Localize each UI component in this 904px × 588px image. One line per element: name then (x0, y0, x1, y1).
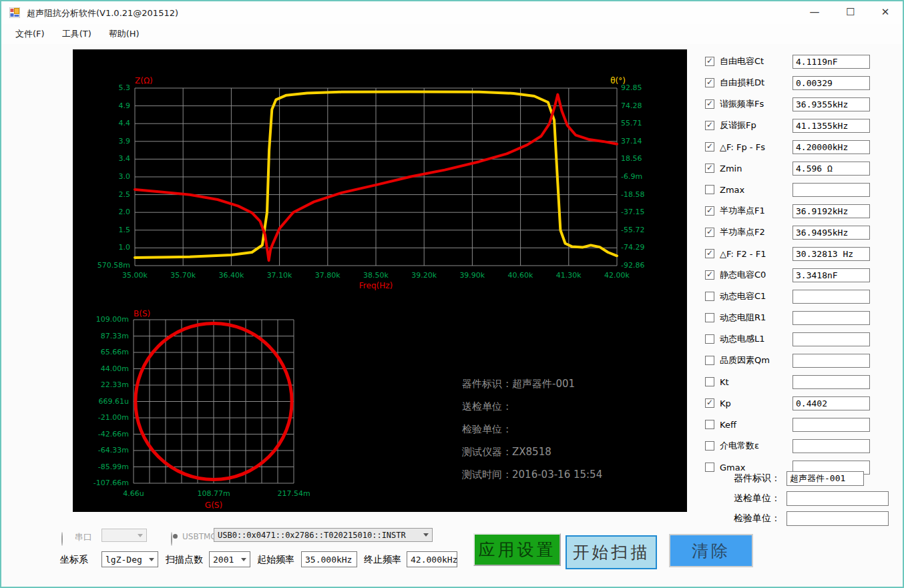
overlay-label: 测试仪器： (462, 446, 512, 458)
impedance-chart (135, 88, 617, 266)
result-label: 反谐振Fp (720, 119, 756, 131)
axis-tick-label: 37.10k (262, 271, 298, 280)
minimize-button[interactable]: — (800, 1, 829, 23)
result-checkbox[interactable] (705, 398, 714, 408)
coord-system-select[interactable]: lgZ-Deg (101, 551, 158, 567)
result-value-field[interactable]: 30.32813 Hz (793, 247, 870, 261)
serial-radio[interactable] (61, 532, 63, 546)
result-value-field[interactable] (793, 375, 870, 389)
result-label: 品质因素Qm (720, 354, 770, 366)
result-value-field[interactable]: 3.3418nF (793, 268, 870, 282)
result-checkbox[interactable] (705, 292, 714, 301)
result-checkbox[interactable] (705, 249, 714, 258)
axis-tick-label: 22.33m (101, 380, 129, 390)
coord-system-value: lgZ-Deg (105, 555, 142, 565)
maximize-button[interactable]: ☐ (836, 1, 865, 23)
result-value-field[interactable] (793, 354, 870, 368)
result-checkbox[interactable] (705, 185, 714, 194)
stop-freq-input[interactable]: 42.000kHz (407, 551, 457, 567)
identity-label: 送检单位： (701, 493, 786, 505)
identity-input[interactable] (786, 491, 889, 506)
start-freq-input[interactable]: 35.000kHz (301, 551, 357, 567)
menu-bar: 文件(F)工具(T)帮助(H) (1, 24, 903, 44)
result-checkbox[interactable] (705, 57, 714, 66)
result-value-field[interactable]: 36.9192kHz (793, 204, 870, 218)
window-title: 超声阻抗分析软件(V1.0.21@201512) (27, 7, 178, 19)
clear-button[interactable]: 清除 (669, 534, 753, 567)
result-checkbox[interactable] (705, 420, 714, 429)
result-row: 谐振频率Fs 36.9355kHz (701, 93, 901, 115)
start-scan-button[interactable]: 开始扫描 (566, 535, 657, 569)
result-value-field[interactable]: 4.1119nF (793, 55, 870, 69)
identity-input[interactable] (786, 511, 889, 526)
axis-tick-label: 40.60k (503, 271, 539, 280)
overlay-value: 2016-03-16 15:54 (512, 469, 602, 481)
impedance-y-axis-right: 92.8574.2855.7137.1418.56-6.9m-18.58-37.… (621, 83, 668, 270)
usbtmc-address-select[interactable]: USB0::0x0471::0x2786::T020215010::INSTR (214, 528, 433, 542)
result-value-field[interactable] (793, 183, 870, 197)
result-value-field[interactable] (793, 418, 870, 432)
result-row: 自由损耗Dt 0.00329 (701, 72, 901, 93)
overlay-info-line: 测试时间：2016-03-16 15:54 (462, 469, 602, 482)
axis-tick-label: 1.5 (119, 226, 131, 235)
result-checkbox[interactable] (705, 78, 714, 87)
result-label: 动态电感L1 (720, 333, 765, 345)
axis-tick-label: 2.0 (119, 208, 131, 217)
chevron-down-icon (423, 533, 429, 537)
result-label: Kt (720, 377, 729, 387)
result-checkbox[interactable] (705, 228, 714, 237)
result-value-field[interactable]: 4.20000kHz (793, 140, 870, 154)
result-row: 半功率点F2 36.9495kHz (701, 222, 901, 243)
result-value-field[interactable]: 36.9495kHz (793, 226, 870, 240)
result-checkbox[interactable] (705, 121, 714, 130)
result-value-field[interactable] (793, 311, 870, 325)
admittance-chart (134, 320, 294, 483)
identity-input[interactable]: 超声器件-001 (786, 471, 864, 486)
result-label: Keff (720, 420, 736, 430)
admittance-x-axis: 4.66u108.77m217.54m (116, 489, 312, 498)
result-value-field[interactable]: 4.596 Ω (793, 162, 870, 176)
result-checkbox[interactable] (705, 356, 714, 365)
axis-tick-label: -92.86 (621, 261, 668, 270)
result-value-field[interactable]: 41.1355kHz (793, 119, 870, 133)
chevron-down-icon (149, 558, 154, 561)
result-row: 半功率点F1 36.9192kHz (701, 200, 901, 222)
result-row: Kt (701, 371, 901, 392)
result-value-field[interactable]: 0.00329 (793, 76, 870, 90)
result-row: Zmin 4.596 Ω (701, 158, 901, 179)
axis-tick-label: 108.77m (196, 489, 232, 498)
apply-settings-button[interactable]: 应用设置 (473, 533, 561, 566)
result-value-field[interactable] (793, 332, 870, 346)
usbtmc-radio[interactable] (171, 532, 172, 546)
result-label: 自由电容Ct (720, 55, 764, 67)
app-icon (9, 7, 20, 18)
scan-points-select[interactable]: 2001 (209, 551, 250, 567)
result-checkbox[interactable] (705, 270, 714, 280)
serial-port-select[interactable] (101, 529, 147, 542)
result-value-field[interactable]: 0.4402 (793, 396, 870, 410)
result-label: Zmax (720, 185, 744, 195)
result-checkbox[interactable] (705, 206, 714, 216)
chevron-down-icon (241, 558, 246, 561)
result-value-field[interactable] (793, 439, 870, 453)
result-label: 半功率点F1 (720, 205, 765, 217)
menu-item[interactable]: 文件(F) (7, 25, 53, 43)
result-value-field[interactable]: 36.9355kHz (793, 97, 870, 111)
axis-tick-label: 5.3 (119, 83, 131, 93)
menu-item[interactable]: 帮助(H) (100, 25, 148, 43)
coord-system-label: 坐标系 (60, 554, 88, 566)
close-button[interactable]: ✕ (871, 1, 900, 23)
result-checkbox[interactable] (705, 334, 714, 344)
result-checkbox[interactable] (705, 164, 714, 173)
result-checkbox[interactable] (705, 441, 714, 451)
result-checkbox[interactable] (705, 377, 714, 386)
menu-item[interactable]: 工具(T) (53, 25, 100, 43)
result-row: 动态电容C1 (701, 286, 901, 307)
result-checkbox[interactable] (705, 99, 714, 109)
overlay-label: 测试时间： (462, 469, 512, 481)
impedance-y-axis-left: 5.34.94.43.93.43.02.52.01.51.0570.58m (77, 83, 130, 270)
result-value-field[interactable] (793, 290, 870, 304)
axis-tick-label: -6.9m (621, 172, 668, 182)
result-checkbox[interactable] (705, 142, 714, 152)
result-checkbox[interactable] (705, 313, 714, 322)
